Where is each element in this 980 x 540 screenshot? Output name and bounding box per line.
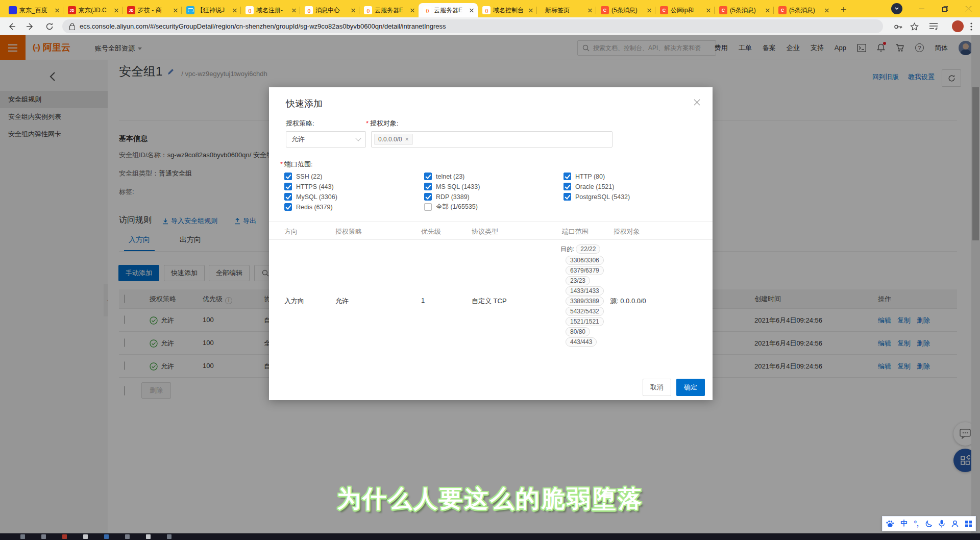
reading-list-icon: [929, 22, 938, 31]
browser-tab[interactable]: 京东_百度: [4, 3, 63, 17]
tab-close-icon[interactable]: [823, 8, 830, 13]
browser-tab[interactable]: 域名注册-: [241, 3, 300, 17]
taskbar[interactable]: [0, 533, 980, 540]
lock-icon: [69, 23, 75, 30]
port-option-postgresql[interactable]: PostgreSQL (5432): [564, 193, 630, 201]
tab-close-icon[interactable]: [172, 8, 179, 13]
browser-tab[interactable]: 消息中心: [300, 3, 359, 17]
video-subtitle: 为什么人要这么的脆弱堕落: [0, 483, 980, 515]
checkbox-checked-icon: [564, 183, 571, 190]
tab-close-icon[interactable]: [468, 8, 475, 13]
taskbar-icon[interactable]: [146, 534, 151, 539]
tab-close-icon[interactable]: [646, 8, 653, 13]
port-option-https[interactable]: HTTPS (443): [284, 183, 337, 190]
tab-close-icon[interactable]: [409, 8, 416, 13]
browser-user-avatar[interactable]: [952, 20, 964, 32]
reading-list-button[interactable]: [927, 20, 940, 33]
taskbar-icon[interactable]: [125, 534, 130, 539]
port-range-label: *端口范围:: [280, 160, 313, 169]
tab-label: 云服务器E: [375, 6, 406, 15]
close-window-button[interactable]: [957, 0, 980, 17]
tab-close-icon[interactable]: [113, 8, 120, 13]
csdn-favicon-icon: [601, 6, 609, 14]
modal-close-button[interactable]: [694, 99, 700, 108]
tab-close-icon[interactable]: [350, 8, 357, 13]
port-option-oracle[interactable]: Oracle (1521): [564, 183, 630, 190]
bilibili-favicon-icon: [186, 6, 194, 14]
forward-button[interactable]: [23, 20, 37, 33]
target-input[interactable]: 0.0.0.0/0×: [371, 131, 612, 148]
remove-tag-icon[interactable]: ×: [405, 136, 409, 143]
checkbox-checked-icon: [284, 203, 292, 211]
checkbox-checked-icon: [284, 173, 292, 180]
tab-label: 罗技 - 商: [138, 6, 169, 15]
tab-label: 消息中心: [315, 6, 347, 15]
preview-table-header: 方向 授权策略 优先级 协议类型 端口范围 授权对象: [269, 222, 713, 240]
tab-label: 新标签页: [545, 6, 584, 15]
browser-tab[interactable]: 新标签页: [537, 3, 596, 17]
port-option-all[interactable]: 全部 (1/65535): [424, 203, 480, 211]
browser-tab[interactable]: 罗技 - 商: [122, 3, 182, 17]
port-option-http[interactable]: HTTP (80): [564, 173, 630, 180]
restore-button[interactable]: [933, 0, 957, 17]
aliyun-favicon-icon: [364, 6, 372, 14]
browser-profile-avatar[interactable]: [891, 3, 902, 14]
confirm-button[interactable]: 确定: [676, 379, 705, 396]
port-option-telnet[interactable]: telnet (23): [424, 173, 480, 180]
tab-close-icon[interactable]: [231, 8, 238, 13]
browser-tab[interactable]: 公网ip和: [655, 3, 715, 17]
taskbar-icon[interactable]: [62, 534, 67, 539]
port-option-mysql[interactable]: MySQL (3306): [284, 193, 337, 201]
minimize-button[interactable]: [910, 0, 933, 17]
taskbar-icon[interactable]: [41, 534, 46, 539]
tab-close-icon[interactable]: [527, 8, 534, 13]
bookmark-star-button[interactable]: [908, 20, 921, 33]
close-icon: [694, 99, 700, 106]
cancel-button[interactable]: 取消: [643, 379, 671, 396]
microphone-icon[interactable]: [939, 520, 945, 528]
browser-tab[interactable]: (5条消息): [596, 3, 655, 17]
tab-label: 公网ip和: [671, 6, 702, 15]
tab-close-icon[interactable]: [54, 8, 61, 13]
new-tab-button[interactable]: [837, 3, 850, 16]
port-option-mssql[interactable]: MS SQL (1433): [424, 183, 480, 190]
port-pill: 3306/3306: [566, 256, 604, 265]
taskbar-icon[interactable]: [104, 534, 109, 539]
browser-tab[interactable]: 京东(JD.C: [63, 3, 122, 17]
ime-punctuation-toggle[interactable]: °,: [914, 520, 919, 528]
user-profile-icon[interactable]: [951, 520, 959, 528]
browser-tab[interactable]: 域名控制台: [478, 3, 537, 17]
forward-icon: [26, 22, 34, 31]
browser-tab[interactable]: 【狂神说J: [182, 3, 241, 17]
port-option-rdp[interactable]: RDP (3389): [424, 193, 480, 201]
baidu-paw-icon[interactable]: [886, 520, 894, 528]
baidu-favicon-icon: [9, 6, 17, 14]
port-option-ssh[interactable]: SSH (22): [284, 173, 337, 180]
taskbar-icon[interactable]: [20, 534, 25, 539]
tab-close-icon[interactable]: [705, 8, 712, 13]
reload-button[interactable]: [43, 20, 56, 33]
taskbar-icon[interactable]: [167, 534, 172, 539]
source-cell: 源: 0.0.0.0/0: [610, 297, 646, 306]
ime-panel-grid-icon[interactable]: [965, 520, 972, 528]
moon-night-icon[interactable]: [925, 520, 933, 528]
col-priority: 优先级: [421, 227, 441, 236]
tab-close-icon[interactable]: [764, 8, 771, 13]
browser-tab[interactable]: (5条消息): [715, 3, 774, 17]
back-button[interactable]: [5, 20, 18, 33]
address-bar[interactable]: ecs.console.aliyun.com/#/securityGroupDe…: [62, 19, 883, 33]
browser-tab-active[interactable]: 云服务器E: [419, 3, 478, 17]
password-key-button[interactable]: [891, 20, 904, 33]
tab-close-icon[interactable]: [290, 8, 298, 13]
browser-tab[interactable]: 云服务器E: [359, 3, 419, 17]
port-pill: 80/80: [566, 327, 590, 336]
browser-menu-button[interactable]: [965, 20, 978, 33]
taskbar-icon[interactable]: [83, 534, 88, 539]
browser-tab[interactable]: (5条消息): [774, 3, 833, 17]
ime-mode-toggle[interactable]: 中: [900, 519, 908, 528]
policy-value: 允许: [291, 135, 305, 144]
tab-close-icon[interactable]: [586, 8, 594, 13]
modal-title: 快速添加: [286, 97, 323, 110]
policy-select[interactable]: 允许: [286, 131, 366, 148]
port-option-redis[interactable]: Redis (6379): [284, 203, 337, 211]
